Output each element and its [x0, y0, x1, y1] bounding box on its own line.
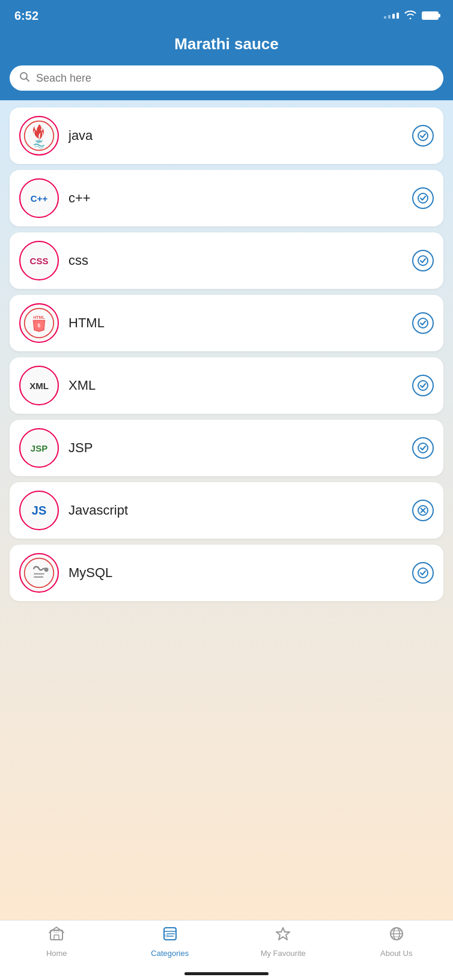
svg-point-27 — [165, 934, 168, 937]
svg-marker-28 — [276, 928, 290, 940]
svg-point-11 — [418, 318, 428, 328]
item-list: javaC++c++CSScss HTML 5 HTMLXMLXMLJSPJSP… — [0, 100, 453, 920]
svg-rect-21 — [54, 935, 59, 940]
signal-icon — [384, 13, 399, 19]
item-check-css[interactable] — [412, 250, 434, 271]
item-check-jsp[interactable] — [412, 437, 434, 459]
svg-point-17 — [25, 558, 54, 588]
xml-logo: XML — [19, 366, 59, 405]
status-bar: 6:52 — [0, 0, 453, 29]
jsp-logo: JSP — [19, 428, 59, 468]
tab-home[interactable]: </>Home — [0, 925, 114, 958]
tab-categories[interactable]: Categories — [114, 925, 227, 958]
list-item-javascript[interactable]: JSJavascript — [10, 482, 443, 539]
list-item-jsp[interactable]: JSPJSP — [10, 420, 443, 476]
item-cross-javascript[interactable] — [412, 500, 434, 521]
css-logo: CSS — [19, 241, 59, 280]
home-bar — [184, 972, 269, 975]
item-check-html[interactable] — [412, 312, 434, 334]
status-time: 6:52 — [14, 9, 38, 23]
item-label-html: HTML — [68, 315, 403, 331]
svg-point-13 — [418, 443, 428, 453]
tab-favourite[interactable]: My Favourite — [227, 925, 340, 958]
svg-point-18 — [44, 567, 49, 572]
battery-icon — [422, 11, 439, 20]
html-logo: HTML 5 — [19, 303, 59, 343]
status-icons — [384, 10, 439, 22]
home-indicator — [0, 970, 453, 980]
item-check-mysql[interactable] — [412, 562, 434, 584]
svg-point-3 — [418, 131, 428, 141]
item-check-cpp[interactable] — [412, 187, 434, 209]
svg-point-5 — [418, 256, 428, 265]
item-check-java[interactable] — [412, 125, 434, 147]
item-check-xml[interactable] — [412, 375, 434, 396]
tab-icon-home: </> — [48, 925, 65, 946]
search-container — [0, 65, 453, 100]
header-title: Marathi sauce — [174, 35, 278, 53]
svg-text:</>: </> — [53, 929, 60, 934]
header: Marathi sauce — [0, 29, 453, 65]
javascript-logo: JS — [19, 491, 59, 530]
svg-text:5: 5 — [38, 322, 41, 328]
tab-label-about: About Us — [380, 949, 412, 958]
tab-icon-categories — [162, 925, 178, 946]
cpp-logo: C++ — [19, 178, 59, 218]
item-label-mysql: MySQL — [68, 565, 403, 581]
list-item-cpp[interactable]: C++c++ — [10, 170, 443, 226]
list-item-java[interactable]: java — [10, 107, 443, 164]
list-item-mysql[interactable]: MySQL — [10, 545, 443, 601]
search-icon — [19, 71, 30, 85]
item-label-java: java — [68, 128, 403, 144]
item-label-cpp: c++ — [68, 190, 403, 206]
wifi-icon — [404, 10, 417, 22]
item-label-jsp: JSP — [68, 440, 403, 456]
tab-label-favourite: My Favourite — [261, 949, 306, 958]
tab-label-home: Home — [46, 949, 67, 958]
mysql-logo — [19, 553, 59, 593]
svg-point-12 — [418, 381, 428, 390]
item-label-xml: XML — [68, 378, 403, 393]
svg-point-19 — [418, 568, 428, 578]
tab-about[interactable]: About Us — [340, 925, 454, 958]
search-bar — [10, 65, 443, 91]
java-logo — [19, 116, 59, 156]
tab-label-categories: Categories — [151, 949, 189, 958]
list-item-html[interactable]: HTML 5 HTML — [10, 295, 443, 351]
item-label-css: css — [68, 253, 403, 268]
tab-icon-favourite — [275, 925, 291, 946]
item-label-javascript: Javascript — [68, 503, 403, 518]
list-item-xml[interactable]: XMLXML — [10, 357, 443, 414]
list-item-css[interactable]: CSScss — [10, 232, 443, 289]
svg-point-4 — [418, 193, 428, 203]
tab-bar: </>HomeCategoriesMy FavouriteAbout Us — [0, 920, 453, 970]
svg-line-1 — [26, 79, 29, 82]
tab-icon-about — [388, 925, 405, 946]
svg-text:HTML: HTML — [33, 315, 45, 319]
search-input[interactable] — [36, 72, 434, 85]
